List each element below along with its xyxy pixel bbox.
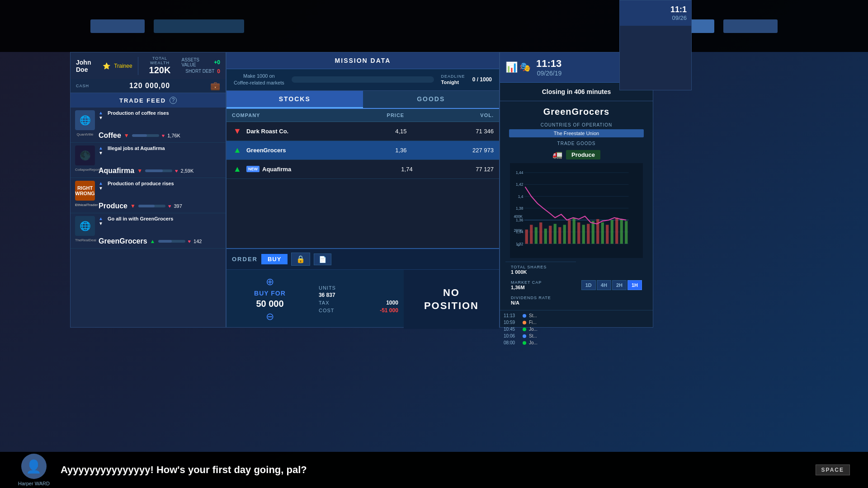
stock-table-header: COMPANY PRICE VOL. (226, 109, 499, 122)
feed-arrows-2: ▲ ▼ (99, 145, 103, 155)
svg-text:1,4: 1,4 (518, 194, 524, 199)
feed-commodity-2: Aquafirma (99, 167, 134, 175)
stock-row-green-grocers[interactable]: ▲ GreenGrocers 1,36 227 973 (226, 141, 499, 160)
center-panel: MISSION DATA Make 1000 onCoffee-related … (226, 52, 500, 328)
feed-avatar-3: RIGHTWRONG EthicalTrader (75, 181, 95, 201)
tax-value: 1000 (386, 300, 398, 306)
order-label: ORDER (232, 256, 258, 263)
svg-rect-20 (549, 226, 552, 244)
right-clock-panel: 11:1 09/26 (619, 0, 692, 90)
dividends-label: DIVIDENDS RATE (511, 296, 551, 300)
goods-truck-icon: 🚛 (552, 150, 562, 160)
feed-count-1: 1,76K (167, 133, 180, 138)
feed-item-1[interactable]: 🌐 QuantVille ▲ ▼ Production of coffee ri… (71, 108, 226, 143)
svg-rect-35 (620, 219, 623, 244)
stock-price-green-grocers: 1,36 (370, 147, 432, 154)
top-bar-element-1 (90, 19, 145, 33)
svg-rect-31 (601, 222, 604, 244)
stock-icon-dark-roast: ▼ (232, 127, 243, 136)
lock-button[interactable]: 🔒 (291, 253, 310, 266)
period-4h-button[interactable]: 4H (597, 280, 611, 290)
user-rank: Trainee (114, 63, 132, 69)
feed-avatar-1: 🌐 QuantVille (75, 110, 95, 130)
tab-bar: STOCKS GOODS (226, 91, 499, 109)
new-badge-aquafirma: NEW (246, 166, 259, 172)
mask-icon: 🎭 (519, 61, 531, 73)
dividends-stat: DIVIDENDS RATE N/A (511, 296, 551, 305)
mission-progress-text: 0 / 1000 (472, 76, 492, 83)
feed-bar-1 (132, 134, 159, 137)
tab-goods[interactable]: GOODS (363, 91, 500, 108)
assets-row: ASSETS VALUE +0 (182, 57, 220, 67)
dividends-value: N/A (511, 300, 551, 305)
clock-time: 11:13 (536, 58, 561, 70)
mission-deadline: DEADLINE Tonight (441, 74, 465, 85)
tax-label: TAX (319, 300, 330, 305)
act-text-2: Fi... (529, 320, 649, 325)
total-shares-stat: TOTAL SHARES 1 000K (511, 265, 547, 275)
wealth-section: TOTAL WEALTH 120K (144, 56, 176, 75)
period-buttons: 1D 4H 2H 1H (576, 277, 647, 293)
stock-row-dark-roast[interactable]: ▼ Dark Roast Co. 4,15 71 346 (226, 122, 499, 141)
feed-heart-4: ♥ (188, 239, 191, 244)
feed-arrow-4: ▲ (150, 238, 156, 244)
feed-item-4[interactable]: 🌐 TheRealDeal ▲ ▼ Go all in with GreenGr… (71, 213, 226, 249)
tab-stocks[interactable]: STOCKS (226, 91, 363, 108)
debt-value: 0 (217, 68, 220, 75)
countries-label: COUNTRIES OF OPERATION (500, 122, 653, 127)
doc-button[interactable]: 📄 (314, 253, 331, 265)
svg-text:400K: 400K (514, 214, 523, 219)
period-1h-button[interactable]: 1H (627, 280, 642, 290)
order-decrease-button[interactable]: ⊖ (266, 311, 274, 323)
period-1d-button[interactable]: 1D (581, 280, 596, 290)
feed-avatar-label-2: CollapseReport (75, 168, 95, 172)
feed-avatar-2: 🌑 CollapseReport (75, 145, 95, 165)
svg-rect-24 (568, 220, 571, 244)
assets-label: ASSETS VALUE (182, 57, 212, 67)
act-dot-5 (523, 341, 526, 345)
right-panel: 📊 🎭 11:13 09/26/19 Closing in 406 minute… (500, 52, 653, 328)
buy-button[interactable]: BUY (261, 254, 288, 264)
chat-avatar: 👤 (21, 454, 47, 479)
act-time-3: 10:45 (504, 327, 520, 332)
svg-text:0: 0 (518, 243, 520, 247)
assets-value: +0 (214, 59, 220, 66)
top-bar-element-4 (723, 19, 778, 33)
feed-count-4: 142 (193, 239, 202, 244)
order-units-value-row: 36 837 (319, 292, 398, 298)
stats-bar: TOTAL SHARES 1 000K MARKET CAP 1,36M DIV… (505, 262, 576, 308)
info-icon[interactable]: ? (170, 97, 177, 104)
svg-rect-34 (615, 218, 618, 244)
stock-row-aquafirma[interactable]: ▲ NEW Aquafirma 1,74 77 127 (226, 160, 499, 179)
right-clock-time: 11:1 (624, 5, 687, 14)
feed-item-2[interactable]: 🌑 CollapseReport ▲ ▼ Illegal jobs at Aqu… (71, 143, 226, 178)
rank-icon: ⭐ (103, 62, 110, 70)
country-badge: The Freestate Union (509, 129, 644, 137)
feed-count-2: 2,59K (181, 168, 194, 174)
chat-bar: 👤 Harper WARD Ayyyyyyyyyyyyyyy! How's yo… (0, 452, 868, 488)
total-shares-label: TOTAL SHARES (511, 265, 547, 269)
debt-label: SHORT DEBT (185, 69, 214, 74)
feed-bar-2 (145, 169, 172, 172)
clock-icons: 📊 🎭 (505, 61, 531, 73)
mission-title: MISSION DATA (234, 57, 492, 64)
svg-rect-26 (577, 222, 580, 244)
feed-content-1: Production of coffee rises (108, 110, 221, 117)
feed-heart-2: ♥ (175, 168, 178, 174)
stock-name-dark-roast: Dark Roast Co. (246, 128, 370, 135)
feed-arrows-3: ▲ ▼ (99, 181, 103, 191)
space-button[interactable]: SPACE (816, 465, 850, 475)
act-time-4: 10:06 (504, 333, 520, 338)
deadline-value: Tonight (441, 80, 465, 85)
period-2h-button[interactable]: 2H (612, 280, 627, 290)
feed-bar-3 (138, 205, 165, 207)
no-position: NOPOSITION (404, 270, 499, 329)
header-separator-1 (138, 57, 138, 75)
activity-row-4: 10:06 St... (504, 333, 649, 339)
stock-price-aquafirma: 1,74 (378, 166, 436, 173)
order-increase-button[interactable]: ⊕ (266, 276, 274, 288)
svg-text:1,42: 1,42 (516, 182, 524, 187)
cost-value: -51 000 (380, 307, 398, 314)
svg-text:1,38: 1,38 (516, 206, 524, 211)
feed-item-3[interactable]: RIGHTWRONG EthicalTrader ▲ ▼ Production … (71, 178, 226, 213)
